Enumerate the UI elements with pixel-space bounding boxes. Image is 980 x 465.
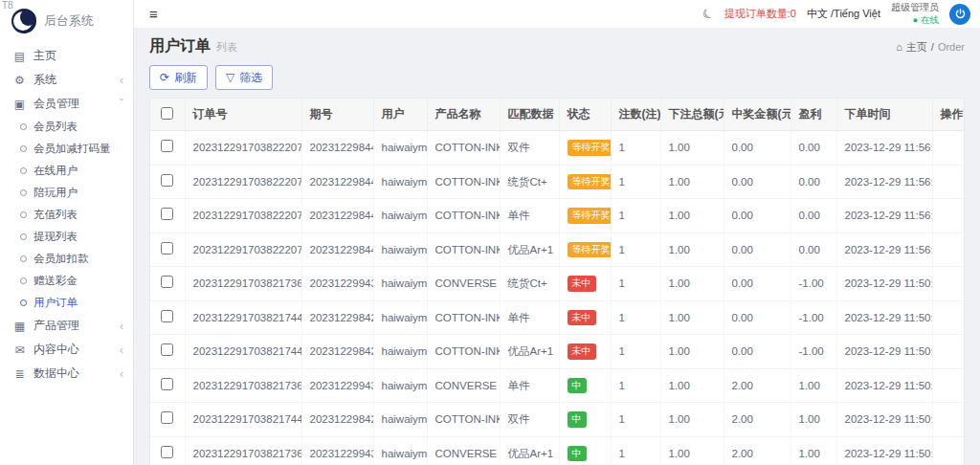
cell-actions: [932, 199, 964, 233]
sidebar-item-content[interactable]: ✉内容中心‹: [0, 338, 133, 362]
sidebar-subitem[interactable]: 会员列表: [0, 116, 133, 138]
language-switcher[interactable]: 中文 /Tiếng Việt: [807, 7, 880, 21]
breadcrumb-home[interactable]: 主页: [906, 40, 927, 55]
cell-period: 20231229844: [301, 232, 373, 267]
row-checkbox[interactable]: [161, 276, 173, 288]
circle-bullet-icon: [20, 255, 27, 262]
cell-win-amount: 0.00: [724, 232, 791, 267]
row-checkbox[interactable]: [161, 208, 173, 220]
column-header: 匹配数据: [500, 99, 559, 131]
cell-win-amount: 0.00: [724, 267, 791, 301]
cell-match: 单件: [500, 368, 559, 403]
table-header-row: 订单号期号用户产品名称匹配数据状态注数(注)下注总额(元)中奖金额(元)盈利下单…: [150, 99, 964, 131]
row-checkbox[interactable]: [161, 378, 173, 390]
cell-win-amount: 0.00: [724, 199, 791, 233]
cell-total: 1.00: [660, 300, 724, 335]
refresh-button[interactable]: ⟳ 刷新: [149, 65, 208, 90]
sidebar-item-members[interactable]: ▣会员管理ˇ: [0, 92, 133, 116]
sidebar-subitem[interactable]: 赠送彩金: [0, 270, 133, 292]
filter-button[interactable]: ▽ 筛选: [215, 65, 273, 90]
cell-match: 统货Ct+: [500, 165, 559, 199]
sidebar-item-data[interactable]: ≣数据中心‹: [0, 362, 133, 386]
sidebar-subitem[interactable]: 陪玩用户: [0, 182, 133, 204]
cell-win-amount: 0.00: [724, 131, 791, 166]
menu-icon[interactable]: ≡: [144, 6, 164, 22]
cell-time: 2023-12-29 11:50:03: [836, 267, 932, 301]
cell-bets: 1: [611, 368, 660, 403]
sidebar-menu: ▤主页⚙系统‹▣会员管理ˇ会员列表会员加减打码量在线用户陪玩用户充值列表提现列表…: [0, 44, 133, 386]
cell-period: 20231229842: [301, 403, 373, 437]
cell-status: 等待开奖: [559, 165, 611, 199]
cell-total: 1.00: [660, 131, 724, 166]
breadcrumb: ⌂ 主页 / Order: [896, 40, 965, 55]
cell-order-no: 202312291703822207: [185, 165, 301, 199]
row-checkbox[interactable]: [161, 446, 173, 458]
sidebar-item-label: 会员管理: [33, 96, 79, 112]
cell-status: 等待开奖: [559, 232, 611, 267]
sidebar-subitem[interactable]: 会员加扣款: [0, 248, 133, 270]
row-checkbox-cell: [150, 267, 185, 301]
logo[interactable]: 后台系统: [0, 0, 133, 42]
cell-status: 等待开奖: [559, 199, 611, 233]
cell-user: haiwaiym: [373, 368, 427, 403]
sidebar-subitem[interactable]: 在线用户: [0, 160, 133, 182]
page-title: 用户订单: [149, 36, 211, 56]
cell-status: 未中: [559, 335, 611, 369]
row-checkbox[interactable]: [161, 242, 173, 255]
cell-status: 中: [559, 403, 611, 437]
sidebar-subitem[interactable]: 用户订单: [0, 292, 133, 314]
admin-info[interactable]: 超级管理员 ● 在线: [891, 2, 939, 25]
cell-status: 中: [559, 436, 611, 465]
sidebar-item-home[interactable]: ▤主页: [0, 44, 133, 68]
breadcrumb-current: Order: [938, 41, 965, 53]
cell-status: 等待开奖: [559, 131, 611, 166]
cell-win-amount: 2.00: [724, 368, 791, 403]
data-icon: ≣: [12, 367, 27, 381]
cell-actions: [932, 131, 964, 166]
status-badge: 等待开奖: [568, 174, 612, 190]
cell-product: CONVERSE: [427, 267, 500, 301]
logout-power-button[interactable]: [949, 4, 970, 25]
row-checkbox[interactable]: [161, 343, 173, 356]
row-checkbox-cell: [150, 165, 185, 199]
cell-win-amount: 0.00: [724, 300, 791, 335]
cell-user: haiwaiym: [373, 300, 427, 335]
cell-user: haiwaiym: [373, 131, 427, 166]
sidebar-item-label: 主页: [33, 48, 56, 64]
sidebar-item-system[interactable]: ⚙系统‹: [0, 68, 133, 92]
online-dot-icon: ●: [913, 14, 919, 25]
cell-actions: [932, 165, 964, 199]
row-checkbox[interactable]: [161, 310, 173, 322]
circle-bullet-icon: [20, 277, 27, 284]
sidebar-item-products[interactable]: ▦产品管理‹: [0, 314, 133, 338]
status-badge: 等待开奖: [568, 140, 612, 156]
column-header: 产品名称: [427, 99, 500, 131]
cell-user: haiwaiym: [373, 335, 427, 369]
dark-mode-icon[interactable]: ☾: [700, 5, 716, 23]
row-checkbox-cell: [150, 368, 185, 403]
column-header: 用户: [373, 99, 427, 131]
home-icon: ⌂: [896, 41, 902, 53]
select-all-checkbox[interactable]: [161, 107, 173, 120]
cell-user: haiwaiym: [373, 436, 427, 465]
table-row: 20231229170382220720231229844haiwaiymCOT…: [150, 131, 964, 166]
cell-order-no: 202312291703821736: [185, 267, 301, 301]
status-badge: 等待开奖: [568, 208, 612, 224]
cell-order-no: 202312291703822207: [185, 199, 301, 233]
sidebar-subitem[interactable]: 提现列表: [0, 226, 133, 248]
cell-total: 1.00: [660, 165, 724, 199]
sidebar-subitem[interactable]: 充值列表: [0, 204, 133, 226]
cell-bets: 1: [611, 335, 660, 369]
row-checkbox[interactable]: [161, 174, 173, 187]
cell-user: haiwaiym: [373, 403, 427, 437]
chevron-icon: ‹: [120, 367, 123, 381]
sidebar-subitem[interactable]: 会员加减打码量: [0, 138, 133, 160]
toolbar: ⟳ 刷新 ▽ 筛选: [149, 65, 965, 90]
cell-time: 2023-12-29 11:56:47: [836, 199, 932, 233]
row-checkbox[interactable]: [161, 411, 173, 424]
row-checkbox-cell: [150, 335, 185, 369]
row-checkbox[interactable]: [161, 140, 173, 152]
sidebar-subitem-label: 用户订单: [33, 296, 78, 310]
withdraw-orders-notice[interactable]: 提现订单数量:0: [724, 7, 796, 21]
status-badge: 未中: [568, 310, 596, 326]
